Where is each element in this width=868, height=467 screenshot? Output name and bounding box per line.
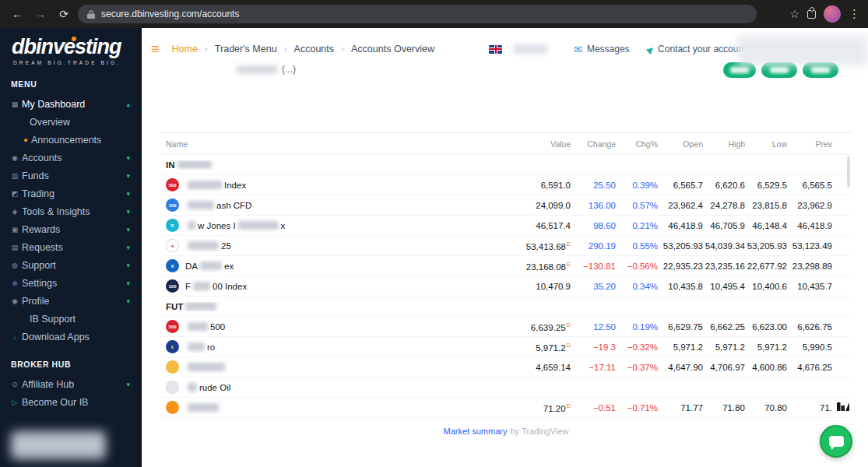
name-text: FUT: [166, 302, 183, 311]
chg-percent-cell: 0.57%: [616, 201, 658, 210]
symbol-icon: 100: [166, 198, 179, 212]
prev-cell: 53,123.49: [787, 241, 832, 251]
breadcrumb-separator-icon: ›: [341, 44, 344, 54]
market-group-header: FUT: [160, 297, 852, 317]
sidebar-item-label: Affiliate Hub: [22, 379, 74, 390]
brand-tagline: DREAM BIG.TRADE BIG.: [0, 58, 139, 65]
market-row[interactable]: 71.20D−0.51−0.71%71.7771.8070.8071.: [160, 398, 852, 418]
change-cell: −130.81: [571, 262, 616, 271]
market-row[interactable]: 100ash CFD24,099.0136.000.57%23,962.424,…: [160, 195, 852, 216]
chg-percent-cell: 0.55%: [616, 241, 658, 251]
sidebar-item-become-our-ib[interactable]: ▷Become Our IB: [0, 393, 139, 411]
sidebar-item-affiliate-hub[interactable]: ⊙Affiliate Hub▾: [0, 375, 139, 393]
symbol-name: 500Index: [166, 178, 513, 191]
market-row[interactable]: €ro5,971.2D−19.3−0.32%5,971.25,971.25,97…: [160, 337, 852, 357]
sidebar-funds-icon: ▥: [10, 172, 19, 180]
tradingview-logo-icon[interactable]: [837, 402, 849, 411]
sidebar-item-label: Rewards: [22, 224, 60, 235]
envelope-icon: ✉: [574, 44, 582, 55]
breadcrumb: Home›Trader's Menu›Accounts›Accounts Ove…: [172, 44, 434, 54]
sidebar-item-settings[interactable]: ⊕Settings▾: [0, 274, 139, 292]
address-bar[interactable]: secure.dbinvesting.com/accounts: [78, 5, 757, 23]
open-cell: 5,971.2: [658, 342, 703, 352]
value-cell: 6,639.25D: [513, 321, 571, 332]
sidebar-item-tools-insights[interactable]: ◈Tools & Insights▾: [0, 202, 139, 220]
live-chat-button[interactable]: [820, 425, 852, 458]
sidebar-item-trading[interactable]: ◩Trading▾: [0, 184, 139, 202]
market-row[interactable]: 100F00 Index10,470.935.200.34%10,435.810…: [160, 276, 852, 297]
name-text: ex: [224, 262, 234, 271]
chevron-down-icon: ▾: [126, 244, 130, 251]
breadcrumb-home[interactable]: Home: [172, 44, 198, 54]
group-label: FUT: [166, 302, 513, 311]
hamburger-menu-icon[interactable]: ≡: [151, 41, 160, 58]
change-cell: 136.00: [571, 201, 616, 210]
market-row[interactable]: ●2553,413.68E290.190.55%53,205.9354,039.…: [160, 236, 852, 256]
broker-hub-menu: ⊙Affiliate Hub▾▷Become Our IB: [0, 375, 139, 411]
symbol-name: €ro: [166, 340, 513, 353]
low-cell: 4,600.86: [745, 363, 787, 372]
sidebar-announcement-icon: ●: [21, 136, 30, 144]
sidebar-accounts-icon: ◉: [10, 154, 19, 162]
sidebar-item-profile[interactable]: ◉Profile▾: [0, 292, 139, 310]
redacted-text: [188, 403, 219, 412]
chevron-down-icon: ▾: [126, 279, 130, 287]
change-cell: 290.19: [571, 241, 616, 251]
sidebar-speaker-icon: ▷: [10, 399, 19, 406]
redacted-user-info[interactable]: [737, 36, 868, 65]
sidebar-item-funds[interactable]: ▥Funds▾: [0, 167, 139, 184]
sidebar-item-overview[interactable]: Overview: [0, 113, 139, 131]
chevron-down-icon: ▾: [126, 226, 130, 234]
reload-icon[interactable]: ⟳: [54, 5, 73, 23]
sidebar-item-ib-support[interactable]: IB Support: [0, 310, 139, 328]
redacted-language-label[interactable]: [513, 44, 547, 54]
back-icon[interactable]: ←: [8, 5, 26, 23]
breadcrumb-trader-s-menu[interactable]: Trader's Menu: [215, 44, 277, 54]
widget-footer: Market summary by TradingView: [160, 418, 852, 444]
browser-menu-icon[interactable]: ⋮: [849, 7, 860, 21]
sidebar-item-accounts[interactable]: ◉Accounts▾: [0, 149, 139, 167]
market-row[interactable]: Dw Jones Ix46,517.498.600.21%46,418.946,…: [160, 216, 852, 236]
top-navigation-bar: ≡ Home›Trader's Menu›Accounts›Accounts O…: [142, 28, 868, 70]
market-row[interactable]: 4,659.14−17.11−0.37%4,647.904,706.974,60…: [160, 357, 852, 377]
uk-flag-icon[interactable]: [489, 45, 502, 54]
market-row[interactable]: XDAex23,168.08E−130.81−0.56%22,935.2323,…: [160, 256, 852, 276]
widget-scrollbar[interactable]: [847, 156, 850, 188]
low-cell: 6,529.5: [745, 181, 787, 190]
name-text: ash CFD: [216, 201, 251, 210]
low-cell: 6,623.00: [745, 322, 787, 332]
extensions-icon[interactable]: [807, 10, 816, 19]
redacted-text: [188, 342, 205, 351]
forward-icon[interactable]: →: [31, 5, 50, 23]
bookmark-star-icon[interactable]: ☆: [789, 8, 799, 20]
prev-cell: 6,626.75: [787, 322, 832, 332]
value-cell: 71.20D: [513, 402, 571, 413]
symbol-name: [166, 360, 513, 374]
sidebar-item-label: Accounts: [22, 153, 61, 163]
sidebar-item-my-dashboard[interactable]: ▦My Dashboard▴: [0, 95, 139, 113]
high-cell: 6,620.6: [703, 181, 745, 190]
breadcrumb-accounts-overview[interactable]: Accounts Overview: [351, 44, 434, 54]
prev-cell: 46,418.9: [787, 221, 832, 230]
market-row[interactable]: rude Oil: [160, 377, 852, 398]
redacted-text: [185, 302, 216, 311]
sidebar-item-announcements[interactable]: ●Announcements: [0, 131, 139, 149]
market-summary-link[interactable]: Market summary: [444, 427, 508, 436]
sidebar-item-requests[interactable]: ▤Requests▾: [0, 238, 139, 256]
prev-cell: 23,298.89: [787, 262, 832, 271]
market-row[interactable]: 500Index6,591.025.500.39%6,565.76,620.66…: [160, 175, 852, 195]
redacted-text: [193, 282, 210, 290]
column-header-open: Open: [658, 139, 703, 149]
sidebar-item-download-apps[interactable]: ↓Download Apps: [0, 328, 139, 346]
sidebar-item-support[interactable]: ◍Support▾: [0, 256, 139, 274]
sidebar-item-rewards[interactable]: ▣Rewards▾: [0, 220, 139, 238]
breadcrumb-accounts[interactable]: Accounts: [294, 44, 334, 54]
breadcrumb-separator-icon: ›: [205, 44, 208, 54]
messages-link[interactable]: ✉ Messages: [574, 44, 630, 55]
brand-logo[interactable]: dbinvesting: [0, 28, 139, 58]
breadcrumb-separator-icon: ›: [284, 44, 287, 54]
open-cell: 6,565.7: [658, 181, 703, 190]
browser-profile-avatar[interactable]: [824, 5, 841, 23]
market-row[interactable]: 5005006,639.25D12.500.19%6,629.756,662.2…: [160, 317, 852, 337]
redacted-sidebar-footer: [11, 431, 106, 459]
